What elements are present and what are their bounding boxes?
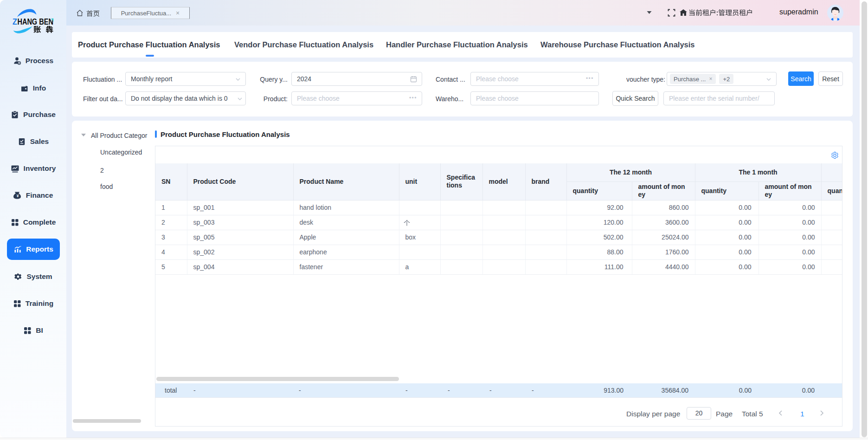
svg-text:Z: Z: [13, 17, 17, 26]
svg-text:HANG BEN: HANG BEN: [17, 17, 53, 26]
svg-text:¥: ¥: [16, 194, 19, 198]
